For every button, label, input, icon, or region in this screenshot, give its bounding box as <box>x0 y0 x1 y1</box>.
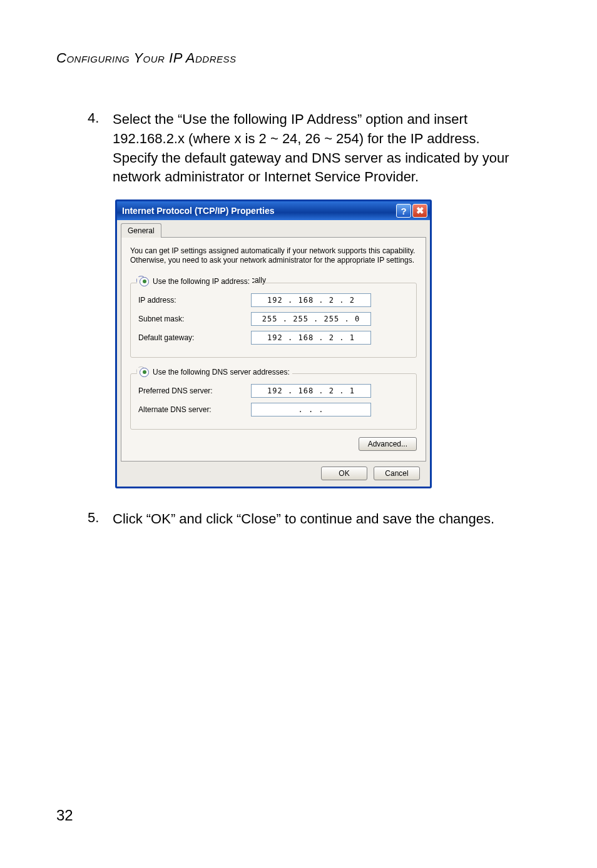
help-icon[interactable]: ? <box>396 204 411 218</box>
page-number: 32 <box>56 807 73 824</box>
tab-general[interactable]: General <box>121 223 161 238</box>
dns-address-group: Use the following DNS server addresses: … <box>130 373 417 430</box>
tcpip-properties-dialog: Internet Protocol (TCP/IP) Properties ? … <box>115 199 432 488</box>
close-icon[interactable]: ✖ <box>412 204 427 218</box>
dialog-title: Internet Protocol (TCP/IP) Properties <box>122 206 274 216</box>
ip-address-label: IP address: <box>138 296 251 305</box>
dialog-screenshot: Internet Protocol (TCP/IP) Properties ? … <box>115 199 541 488</box>
dialog-titlebar: Internet Protocol (TCP/IP) Properties ? … <box>117 201 430 220</box>
preferred-dns-label: Preferred DNS server: <box>138 386 251 395</box>
ok-button[interactable]: OK <box>321 467 367 480</box>
subnet-mask-input[interactable]: 255 . 255 . 255 . 0 <box>251 312 371 326</box>
subnet-mask-label: Subnet mask: <box>138 315 251 323</box>
step-4-body: Select the “Use the following IP Address… <box>113 110 513 187</box>
default-gateway-input[interactable]: 192 . 168 . 2 . 1 <box>251 331 371 345</box>
radio-checked-icon[interactable] <box>140 277 149 286</box>
running-header: Configuring Your IP Address <box>56 50 541 66</box>
radio-checked-icon[interactable] <box>140 368 149 377</box>
alternate-dns-label: Alternate DNS server: <box>138 405 251 414</box>
step-5: 5. Click “OK” and click “Close” to conti… <box>88 510 541 529</box>
preferred-dns-input[interactable]: 192 . 168 . 2 . 1 <box>251 384 371 398</box>
radio-use-following-ip-label: Use the following IP address: <box>153 277 250 286</box>
step-4: 4. Select the “Use the following IP Addr… <box>88 110 541 187</box>
cancel-button[interactable]: Cancel <box>374 467 420 480</box>
advanced-button[interactable]: Advanced... <box>359 437 417 451</box>
step-5-body: Click “OK” and click “Close” to continue… <box>113 510 494 529</box>
radio-use-following-dns-label: Use the following DNS server addresses: <box>153 368 290 376</box>
step-4-number: 4. <box>88 110 113 187</box>
ip-address-group: Use the following IP address: IP address… <box>130 283 417 358</box>
step-5-number: 5. <box>88 510 113 529</box>
alternate-dns-input[interactable]: . . . <box>251 403 371 416</box>
default-gateway-label: Default gateway: <box>138 333 251 342</box>
ip-address-input[interactable]: 192 . 168 . 2 . 2 <box>251 293 371 307</box>
dialog-info-text: You can get IP settings assigned automat… <box>130 246 417 265</box>
